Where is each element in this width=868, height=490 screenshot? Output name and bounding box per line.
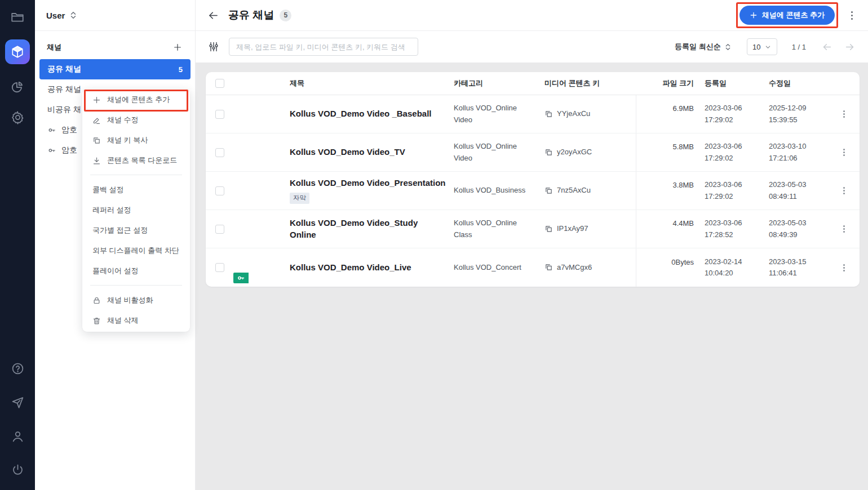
copy-icon[interactable] xyxy=(544,110,553,118)
table-row[interactable]: Kollus VOD_Demo Video_Study Online Kollu… xyxy=(206,210,860,248)
registered-at: 2023-03-0617:28:52 xyxy=(699,217,763,240)
menu-item-player-settings[interactable]: 플레이어 설정 xyxy=(82,261,190,281)
registered-at: 2023-03-0617:29:02 xyxy=(699,141,763,163)
download-icon xyxy=(92,157,101,165)
filter-sliders-icon[interactable] xyxy=(207,41,220,53)
modified-at: 2023-03-1511:06:41 xyxy=(763,256,831,279)
file-size: 3.8MB xyxy=(672,181,694,189)
modified-at: 2025-12-0915:39:55 xyxy=(763,103,831,125)
video-thumbnail-study xyxy=(233,213,281,245)
menu-item-copy-channel-key[interactable]: 채널 키 복사 xyxy=(82,130,190,150)
table-row[interactable]: Kollus VOD_Demo Video_Live Kollus VOD_Co… xyxy=(206,248,860,287)
subtitle-badge: 자막 xyxy=(290,193,309,204)
account-switcher[interactable]: User xyxy=(35,0,195,31)
file-size: 0Bytes xyxy=(671,258,694,266)
row-more-menu-icon[interactable] xyxy=(838,185,851,197)
video-title: Kollus VOD_Demo Video _Baseball xyxy=(290,109,431,118)
plus-icon xyxy=(92,96,101,104)
channel-section-label: 채널 xyxy=(47,42,61,52)
sidebar-item-label: 공유 채널 xyxy=(47,64,81,74)
sidebar-item-label: 암호 xyxy=(61,125,77,135)
registered-at: 2023-03-0617:29:02 xyxy=(699,103,763,125)
video-title: Kollus VOD_Demo Video_Study Online xyxy=(290,218,418,239)
menu-item-add-content[interactable]: 채널에 콘텐츠 추가 xyxy=(82,90,190,110)
channel-context-menu: 채널에 콘텐츠 추가 채널 수정 채널 키 복사 콘텐츠 목록 다운로드 콜백 … xyxy=(82,89,190,332)
menu-item-country-access-settings[interactable]: 국가별 접근 설정 xyxy=(82,220,190,240)
lock-icon xyxy=(92,296,101,305)
gear-icon[interactable] xyxy=(10,109,25,125)
menu-item-edit-channel[interactable]: 채널 수정 xyxy=(82,110,190,130)
plus-icon xyxy=(750,11,758,19)
video-title: Kollus VOD_Demo Video_TV xyxy=(290,147,405,157)
copy-icon[interactable] xyxy=(544,263,553,271)
app-rail xyxy=(0,0,35,490)
add-channel-button[interactable] xyxy=(172,42,183,53)
registered-at: 2023-03-0617:29:02 xyxy=(699,179,763,202)
modified-at: 2023-05-0308:49:11 xyxy=(763,179,831,202)
next-page-icon[interactable] xyxy=(843,41,856,53)
page-size-select[interactable]: 10 xyxy=(747,38,777,55)
back-arrow-icon[interactable] xyxy=(206,8,220,22)
menu-item-block-external-display[interactable]: 외부 디스플레이 출력 차단 xyxy=(82,240,190,261)
video-title: Kollus VOD_Demo Video_Presentation xyxy=(290,178,445,188)
channel-section-header: 채널 xyxy=(35,40,195,55)
sidebar-item-shared-channel-active[interactable]: 공유 채널 5 xyxy=(39,59,191,79)
column-header-size: 파일 크기 xyxy=(636,78,699,88)
table-row[interactable]: Kollus VOD_Demo Video _Baseball Kollus V… xyxy=(206,95,860,133)
menu-divider xyxy=(90,175,182,175)
power-icon[interactable] xyxy=(10,462,25,478)
menu-divider xyxy=(90,285,182,286)
send-icon[interactable] xyxy=(10,394,25,410)
select-all-checkbox[interactable] xyxy=(215,79,224,88)
user-icon[interactable] xyxy=(10,428,25,444)
media-content-key: a7vMCgx6 xyxy=(557,262,592,273)
media-cube-icon[interactable] xyxy=(5,39,30,64)
modified-at: 2023-05-0308:49:39 xyxy=(763,217,831,240)
menu-item-delete-channel[interactable]: 채널 삭제 xyxy=(82,310,190,331)
sidebar-item-label: 암호 xyxy=(61,145,77,155)
key-icon xyxy=(47,126,56,135)
table-row[interactable]: Kollus VOD_Demo Video_TV Kollus VOD_Onli… xyxy=(206,133,860,172)
video-category: Kollus VOD_Online Video xyxy=(454,103,544,125)
column-header-media-key: 미디어 콘텐츠 키 xyxy=(544,78,636,88)
media-content-key: y2oyAxGC xyxy=(557,146,592,158)
chevron-updown-icon xyxy=(70,11,77,19)
media-content-key: 7nz5AxCu xyxy=(557,185,591,196)
folder-icon[interactable] xyxy=(10,9,25,25)
row-checkbox[interactable] xyxy=(215,186,224,195)
trash-icon xyxy=(92,317,101,325)
row-more-menu-icon[interactable] xyxy=(838,108,851,121)
video-title: Kollus VOD_Demo Video_Live xyxy=(290,262,411,272)
row-more-menu-icon[interactable] xyxy=(838,146,851,159)
search-input[interactable] xyxy=(229,38,418,56)
pie-chart-icon[interactable] xyxy=(10,79,25,95)
menu-item-callback-settings[interactable]: 콜백 설정 xyxy=(82,180,190,200)
column-header-registered: 등록일 xyxy=(699,78,763,88)
help-icon[interactable] xyxy=(10,360,25,376)
menu-item-download-content-list[interactable]: 콘텐츠 목록 다운로드 xyxy=(82,150,190,171)
file-size: 4.4MB xyxy=(672,219,694,228)
menu-item-referrer-settings[interactable]: 레퍼러 설정 xyxy=(82,200,190,220)
menu-item-deactivate-channel[interactable]: 채널 비활성화 xyxy=(82,290,190,310)
row-checkbox[interactable] xyxy=(215,263,224,272)
table-row[interactable]: Kollus VOD_Demo Video_Presentation 자막 Ko… xyxy=(206,172,860,210)
row-checkbox[interactable] xyxy=(215,110,224,119)
sort-label: 등록일 최신순 xyxy=(675,42,721,52)
row-more-menu-icon[interactable] xyxy=(838,223,851,235)
page-more-menu-icon[interactable] xyxy=(845,9,858,21)
video-thumbnail-presentation xyxy=(233,175,281,207)
page-header: 공유 채널 5 채널에 콘텐츠 추가 xyxy=(195,0,868,31)
sort-updown-icon xyxy=(725,43,731,51)
add-content-to-channel-button[interactable]: 채널에 콘텐츠 추가 xyxy=(739,6,835,25)
row-checkbox[interactable] xyxy=(215,225,224,234)
sort-control[interactable]: 등록일 최신순 xyxy=(675,42,731,52)
copy-icon[interactable] xyxy=(544,186,553,195)
copy-icon[interactable] xyxy=(544,225,553,233)
highlight-annotation: 채널에 콘텐츠 추가 xyxy=(736,2,838,28)
row-checkbox[interactable] xyxy=(215,148,224,157)
page-indicator: 1 / 1 xyxy=(792,43,806,51)
row-more-menu-icon[interactable] xyxy=(838,261,851,274)
previous-page-icon[interactable] xyxy=(821,41,833,53)
page-title: 공유 채널 xyxy=(228,8,274,23)
copy-icon[interactable] xyxy=(544,148,553,157)
